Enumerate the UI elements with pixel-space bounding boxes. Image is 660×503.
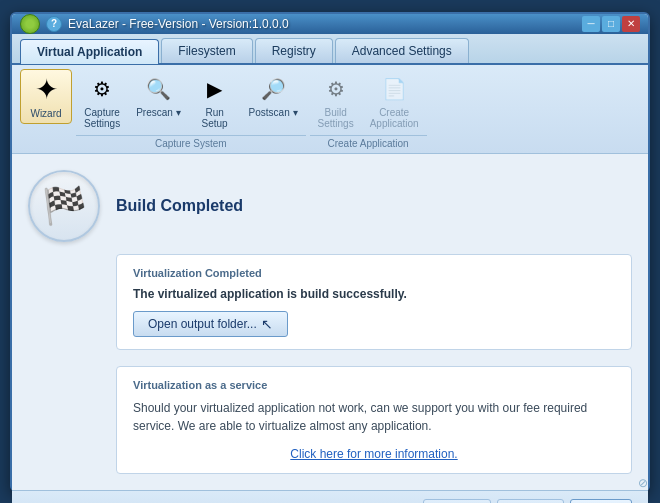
exit-button[interactable]: Exit bbox=[570, 499, 632, 504]
tab-filesystem[interactable]: Filesystem bbox=[161, 38, 252, 63]
tab-bar: Virtual Application Filesystem Registry … bbox=[12, 34, 648, 65]
toolbar-create-application: 📄 CreateApplication bbox=[362, 69, 427, 133]
run-setup-icon: ▶ bbox=[199, 73, 231, 105]
tab-virtual-application[interactable]: Virtual Application bbox=[20, 39, 159, 64]
help-icon[interactable]: ? bbox=[46, 16, 62, 32]
wizard-label: Wizard bbox=[30, 108, 61, 119]
window-title: EvaLazer - Free-Version - Version:1.0.0.… bbox=[68, 17, 289, 31]
toolbar-postscan[interactable]: 🔎 Postscan ▾ bbox=[241, 69, 306, 133]
page-title: Build Completed bbox=[116, 197, 243, 215]
cursor-indicator: ↖ bbox=[261, 316, 273, 332]
postscan-icon: 🔎 bbox=[257, 73, 289, 105]
virtualization-completed-text: The virtualized application is build suc… bbox=[133, 287, 615, 301]
open-output-folder-label: Open output folder... bbox=[148, 317, 257, 331]
bottom-bar: Back Next Exit bbox=[12, 490, 648, 504]
toolbar-build-settings: ⚙ BuildSettings bbox=[310, 69, 362, 133]
tab-advanced-settings[interactable]: Advanced Settings bbox=[335, 38, 469, 63]
virtualization-success-text: The virtualized application is build suc… bbox=[133, 287, 407, 301]
prescan-label: Prescan ▾ bbox=[136, 107, 180, 118]
prescan-icon: 🔍 bbox=[142, 73, 174, 105]
virtualization-completed-section: Virtualization Completed The virtualized… bbox=[116, 254, 632, 350]
title-bar: ? EvaLazer - Free-Version - Version:1.0.… bbox=[12, 14, 648, 34]
capture-settings-icon: ⚙ bbox=[86, 73, 118, 105]
main-window: ? EvaLazer - Free-Version - Version:1.0.… bbox=[10, 12, 650, 492]
toolbar-capture-settings[interactable]: ⚙ CaptureSettings bbox=[76, 69, 128, 133]
page-header: 🏁 Build Completed bbox=[28, 170, 632, 242]
resize-handle[interactable]: ⊘ bbox=[638, 476, 648, 490]
run-setup-label: RunSetup bbox=[202, 107, 228, 129]
minimize-button[interactable]: ─ bbox=[582, 16, 600, 32]
create-application-icon: 📄 bbox=[378, 73, 410, 105]
toolbar-run-setup[interactable]: ▶ RunSetup bbox=[189, 69, 241, 133]
toolbar: ✦ Wizard ⚙ CaptureSettings 🔍 Prescan ▾ bbox=[12, 65, 648, 154]
tab-registry[interactable]: Registry bbox=[255, 38, 333, 63]
app-logo bbox=[20, 14, 40, 34]
more-information-link[interactable]: Click here for more information. bbox=[290, 447, 457, 461]
wizard-circle-icon: 🏁 bbox=[28, 170, 100, 242]
close-button[interactable]: ✕ bbox=[622, 16, 640, 32]
toolbar-create-group: ⚙ BuildSettings 📄 CreateApplication Crea… bbox=[310, 69, 427, 149]
maximize-button[interactable]: □ bbox=[602, 16, 620, 32]
section-container: Virtualization Completed The virtualized… bbox=[28, 254, 632, 474]
build-settings-icon: ⚙ bbox=[320, 73, 352, 105]
build-settings-label: BuildSettings bbox=[318, 107, 354, 129]
create-application-label: CreateApplication bbox=[370, 107, 419, 129]
virtualization-service-title: Virtualization as a service bbox=[133, 379, 615, 391]
toolbar-capture-group: ⚙ CaptureSettings 🔍 Prescan ▾ ▶ RunSetup… bbox=[76, 69, 306, 149]
back-button[interactable]: Back bbox=[423, 499, 492, 504]
postscan-label: Postscan ▾ bbox=[249, 107, 298, 118]
toolbar-prescan[interactable]: 🔍 Prescan ▾ bbox=[128, 69, 188, 133]
virtualization-completed-title: Virtualization Completed bbox=[133, 267, 615, 279]
virtualization-service-text: Should your virtualized application not … bbox=[133, 399, 615, 435]
wizard-flag-icon: 🏁 bbox=[42, 185, 87, 227]
title-bar-left: ? EvaLazer - Free-Version - Version:1.0.… bbox=[20, 14, 289, 34]
virtualization-service-section: Virtualization as a service Should your … bbox=[116, 366, 632, 474]
capture-settings-label: CaptureSettings bbox=[84, 107, 120, 129]
toolbar-wizard-group: ✦ Wizard bbox=[20, 69, 72, 149]
create-application-label: Create Application bbox=[310, 135, 427, 149]
next-button[interactable]: Next bbox=[497, 499, 564, 504]
main-content: 🏁 Build Completed Virtualization Complet… bbox=[12, 154, 648, 490]
window-controls: ─ □ ✕ bbox=[582, 16, 640, 32]
wizard-icon: ✦ bbox=[30, 74, 62, 106]
open-output-folder-button[interactable]: Open output folder... ↖ bbox=[133, 311, 288, 337]
capture-system-label: Capture System bbox=[76, 135, 306, 149]
toolbar-wizard[interactable]: ✦ Wizard bbox=[20, 69, 72, 124]
